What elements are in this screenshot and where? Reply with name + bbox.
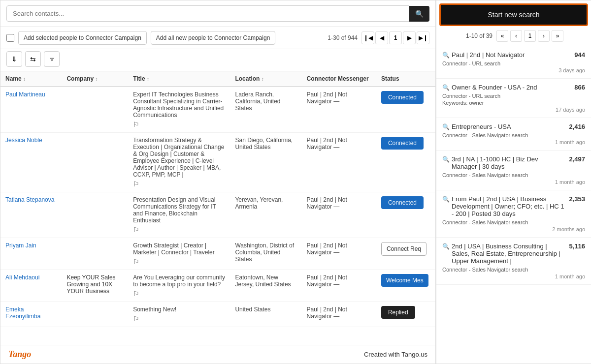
- start-new-search-button[interactable]: Start new search: [439, 3, 588, 26]
- search-history-item[interactable]: 🔍 Owner & Founder - USA - 2nd 866 Connec…: [436, 79, 591, 118]
- col-header-location[interactable]: Location ↕: [230, 71, 301, 87]
- search-history-item[interactable]: 🔍 3rd | NA | 1-1000 HC | Biz Dev Manager…: [436, 151, 591, 190]
- contact-location-cell: United States: [230, 302, 301, 327]
- right-prev-page-button[interactable]: ‹: [510, 30, 522, 42]
- contact-company-cell: Keep YOUR Sales Growing and 10X YOUR Bus…: [62, 270, 128, 302]
- search-time: 2 months ago: [442, 226, 585, 232]
- right-next-page-button[interactable]: ›: [538, 30, 550, 42]
- search-item-header: 🔍 3rd | NA | 1-1000 HC | Biz Dev Manager…: [442, 155, 585, 170]
- search-item-title: 🔍 From Paul | 2nd | USA | Business Devel…: [442, 195, 565, 217]
- contact-name-link[interactable]: Paul Martineau: [5, 91, 45, 98]
- contact-name-link[interactable]: Emeka Ezeonyilimba: [5, 306, 40, 320]
- col-header-messenger: Connector Messenger: [302, 71, 376, 87]
- col-header-title[interactable]: Title ↕: [128, 71, 230, 87]
- contact-status-cell: Connected: [376, 133, 435, 192]
- status-connected-button[interactable]: Connected: [381, 91, 424, 104]
- contact-name-link[interactable]: Ali Mehdaoui: [5, 274, 39, 281]
- contact-title-cell: Expert IT Technologies Business Consulta…: [128, 87, 230, 133]
- select-all-checkbox[interactable]: [6, 34, 14, 42]
- search-item-title: 🔍 2nd | USA | Business Consulting | Sale…: [442, 243, 565, 265]
- tag-icon[interactable]: ⚐: [133, 315, 225, 323]
- contact-status-cell: Welcome Mes: [376, 270, 435, 302]
- contact-location-cell: Ladera Ranch, California, United States: [230, 87, 301, 133]
- contact-messenger-cell: Paul | 2nd | Not Navigator —: [302, 270, 376, 302]
- col-header-name[interactable]: Name ↕: [0, 71, 62, 87]
- search-time: 17 days ago: [442, 107, 585, 113]
- left-panel: 🔍 Add selected people to Connector Campa…: [0, 0, 436, 364]
- search-count: 2,416: [569, 123, 585, 130]
- search-button[interactable]: 🔍: [409, 6, 429, 22]
- add-selected-button[interactable]: Add selected people to Connector Campaig…: [18, 31, 147, 45]
- search-item-header: 🔍 From Paul | 2nd | USA | Business Devel…: [442, 195, 585, 217]
- right-current-page-button[interactable]: 1: [524, 30, 536, 42]
- last-page-button[interactable]: ▶❙: [417, 31, 429, 44]
- contact-name-cell: Priyam Jain: [0, 238, 62, 270]
- col-header-status: Status: [376, 71, 435, 87]
- status-connect-req-button[interactable]: Connect Req: [381, 242, 427, 256]
- table-row: Paul Martineau Expert IT Technologies Bu…: [0, 87, 435, 133]
- filter-icon-button[interactable]: ▿: [44, 51, 60, 67]
- contact-messenger-cell: Paul | 2nd | Not Navigator —: [302, 133, 376, 192]
- search-count: 2,353: [569, 195, 585, 203]
- table-row: Tatiana Stepanova Presentation Design an…: [0, 192, 435, 238]
- add-all-button[interactable]: Add all new people to Connector Campaign: [151, 31, 275, 45]
- table-row: Ali Mehdaoui Keep YOUR Sales Growing and…: [0, 270, 435, 302]
- search-item-title-text: From Paul | 2nd | USA | Business Develop…: [452, 195, 565, 217]
- search-meta: Connector - URL search: [442, 93, 585, 99]
- search-meta: Connector - Sales Navigator search: [442, 172, 585, 178]
- search-meta: Connector - URL search: [442, 61, 585, 66]
- contact-status-cell: Connect Req: [376, 238, 435, 270]
- search-icon: 🔍: [442, 196, 450, 203]
- next-page-button[interactable]: ▶: [403, 31, 416, 44]
- status-connected-button[interactable]: Connected: [381, 137, 424, 150]
- search-history-item[interactable]: 🔍 From Paul | 2nd | USA | Business Devel…: [436, 190, 591, 238]
- toolbar-left: Add selected people to Connector Campaig…: [6, 31, 324, 45]
- tag-icon[interactable]: ⚐: [133, 258, 225, 266]
- contact-name-cell: Tatiana Stepanova: [0, 192, 62, 238]
- status-welcome-button[interactable]: Welcome Mes: [381, 274, 428, 287]
- contact-name-link[interactable]: Priyam Jain: [5, 242, 36, 249]
- tag-icon[interactable]: ⚐: [133, 290, 225, 298]
- tag-icon[interactable]: ⚐: [133, 226, 225, 234]
- contact-name-link[interactable]: Tatiana Stepanova: [5, 196, 54, 203]
- search-time: 3 days ago: [442, 67, 585, 73]
- contact-title-cell: Presentation Design and Visual Communica…: [128, 192, 230, 238]
- search-item-title-text: Owner & Founder - USA - 2nd: [452, 84, 537, 91]
- contact-title-cell: Are You Leveraging our community to beco…: [128, 270, 230, 302]
- shuffle-icon-button[interactable]: ⇆: [25, 51, 41, 67]
- search-item-title: 🔍 Entrepreneurs - USA: [442, 123, 565, 130]
- search-item-header: 🔍 2nd | USA | Business Consulting | Sale…: [442, 243, 585, 265]
- col-header-company[interactable]: Company ↕: [62, 71, 128, 87]
- contact-messenger-cell: Paul | 2nd | Not Navigator —: [302, 192, 376, 238]
- contacts-table-container: Name ↕ Company ↕ Title ↕ Location ↕ Conn…: [0, 71, 435, 345]
- contact-messenger-cell: Paul | 2nd | Not Navigator —: [302, 238, 376, 270]
- status-connected-button[interactable]: Connected: [381, 196, 424, 209]
- search-history-item[interactable]: 🔍 Paul | 2nd | Not Navigator 944 Connect…: [436, 46, 591, 79]
- contact-location-cell: Washington, District of Columbia, United…: [230, 238, 301, 270]
- contact-status-cell: Connected: [376, 87, 435, 133]
- search-icon: 🔍: [442, 123, 450, 130]
- right-first-page-button[interactable]: «: [496, 30, 508, 42]
- contact-name-cell: Paul Martineau: [0, 87, 62, 133]
- status-replied-button[interactable]: Replied: [381, 306, 415, 319]
- contact-status-cell: Connected: [376, 192, 435, 238]
- tag-icon[interactable]: ⚐: [133, 121, 225, 128]
- contact-location-cell: San Diego, California, United States: [230, 133, 301, 192]
- tango-logo: Tango: [8, 349, 31, 360]
- right-last-page-button[interactable]: »: [552, 30, 563, 42]
- search-input[interactable]: [6, 5, 409, 22]
- search-count: 5,116: [569, 243, 585, 250]
- search-item-title-text: Entrepreneurs - USA: [452, 123, 511, 130]
- tag-icon[interactable]: ⚐: [133, 180, 225, 188]
- search-history-item[interactable]: 🔍 2nd | USA | Business Consulting | Sale…: [436, 238, 591, 285]
- search-item-title: 🔍 Owner & Founder - USA - 2nd: [442, 84, 570, 91]
- contact-status-cell: Replied: [376, 302, 435, 327]
- search-history-item[interactable]: 🔍 Entrepreneurs - USA 2,416 Connector - …: [436, 118, 591, 151]
- contact-location-cell: Eatontown, New Jersey, United States: [230, 270, 301, 302]
- current-page-button[interactable]: 1: [389, 31, 402, 44]
- first-page-button[interactable]: ❙◀: [361, 31, 374, 44]
- export-icon-button[interactable]: ⇓: [6, 51, 22, 67]
- search-count: 2,497: [569, 155, 585, 163]
- contact-name-link[interactable]: Jessica Noble: [5, 137, 42, 144]
- prev-page-button[interactable]: ◀: [375, 31, 388, 44]
